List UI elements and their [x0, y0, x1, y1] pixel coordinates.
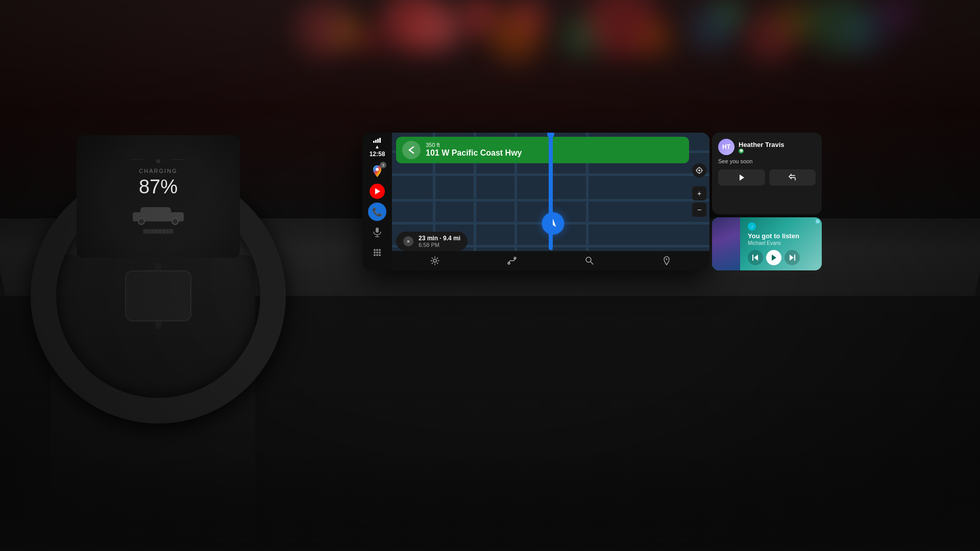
svg-rect-5 [376, 228, 379, 233]
wifi-icon: ▲ [375, 144, 380, 149]
nav-distance: 350 ft [426, 142, 683, 148]
car-silhouette [130, 202, 186, 225]
nav-street: 101 W Pacific Coast Hwy [426, 148, 683, 158]
signal-indicator [373, 137, 381, 143]
svg-rect-30 [794, 255, 795, 261]
settings-button[interactable] [427, 253, 443, 268]
grid-menu-button[interactable] [368, 243, 386, 262]
svg-point-13 [379, 252, 381, 254]
route-options-button[interactable] [504, 253, 520, 268]
zoom-controls: + − [692, 186, 706, 217]
microphone-icon [372, 227, 383, 238]
music-app-info: ♪ [748, 222, 817, 231]
map-view: 350 ft 101 W Pacific Coast Hwy + − [392, 133, 709, 270]
search-icon [585, 256, 594, 265]
svg-point-8 [374, 249, 376, 251]
youtube-music-icon [370, 184, 385, 199]
message-app-label [739, 148, 785, 154]
phone-button[interactable]: 📞 [368, 203, 386, 221]
eta-arrival: 6:58 PM [419, 242, 460, 248]
route-line [549, 133, 553, 250]
turn-arrow-left [402, 141, 421, 159]
svg-point-9 [376, 249, 378, 251]
route-icon [507, 256, 517, 265]
settings-icon [430, 256, 439, 265]
current-position-marker [542, 212, 564, 235]
play-message-button[interactable] [718, 169, 765, 186]
save-location-button[interactable] [659, 253, 674, 268]
avatar-initials: HT [718, 139, 734, 155]
svg-point-14 [374, 254, 376, 256]
music-player-card: ♪ You got to listen Michael Evans [712, 217, 822, 270]
svg-point-11 [374, 252, 376, 254]
previous-icon [752, 254, 759, 261]
message-action-buttons [718, 169, 816, 186]
spotify-icon: ♪ [748, 222, 756, 231]
location-icon [696, 167, 703, 174]
grid-icon [372, 247, 383, 258]
svg-point-16 [379, 254, 381, 256]
svg-point-4 [376, 168, 379, 171]
svg-point-3 [172, 218, 178, 224]
close-eta-button[interactable]: × [403, 236, 413, 246]
sender-name: Heather Travis [739, 141, 785, 148]
message-header: HT Heather Travis [718, 139, 816, 155]
music-playback-controls [748, 250, 817, 265]
youtube-music-button[interactable] [368, 182, 386, 201]
infotainment-screen: ▲ 12:58 3 [362, 133, 709, 270]
phone-icon: 📞 [372, 207, 382, 217]
reply-icon [788, 173, 796, 182]
play-icon [738, 173, 746, 182]
reply-button[interactable] [769, 169, 816, 186]
zoom-out-button[interactable]: − [692, 203, 706, 217]
eta-card: × 23 min · 9.4 mi 6:58 PM [396, 232, 468, 251]
navigation-info: 350 ft 101 W Pacific Coast Hwy [426, 142, 683, 158]
eta-duration: 23 min · 9.4 mi [419, 235, 460, 242]
maps-badge: 3 [380, 162, 386, 168]
pin-icon [662, 256, 671, 265]
charging-label: Charging [139, 168, 177, 174]
search-button[interactable] [582, 253, 597, 268]
status-bar: ▲ 12:58 [370, 137, 385, 158]
music-artist-name: Michael Evans [748, 240, 817, 246]
next-icon [789, 254, 796, 261]
navigation-turn-card: 350 ft 101 W Pacific Coast Hwy [396, 137, 689, 163]
music-content: ♪ You got to listen Michael Evans [717, 222, 817, 265]
message-preview-text: See you soon [718, 158, 816, 164]
svg-point-28 [666, 259, 668, 260]
svg-point-2 [138, 218, 144, 224]
svg-rect-1 [140, 207, 171, 216]
svg-point-23 [433, 259, 436, 262]
instrument-cluster: Charging 87% ||||||||||||||||||||||||| [77, 135, 240, 258]
message-sender-info: Heather Travis [739, 141, 785, 154]
zoom-in-button[interactable]: + [692, 186, 706, 201]
battery-display: 87% [139, 176, 178, 198]
eta-info: 23 min · 9.4 mi 6:58 PM [419, 235, 460, 248]
svg-rect-29 [752, 255, 753, 261]
position-arrow-icon [542, 212, 564, 235]
play-pause-button[interactable] [766, 250, 781, 265]
microphone-button[interactable] [368, 223, 386, 241]
svg-point-10 [379, 249, 381, 251]
location-center-button[interactable] [692, 163, 706, 178]
svg-point-15 [376, 254, 378, 256]
message-notification-card: HT Heather Travis See you soon [712, 133, 822, 214]
svg-line-27 [591, 262, 593, 264]
messages-app-icon [739, 148, 744, 154]
svg-point-18 [698, 169, 700, 171]
next-track-button[interactable] [785, 250, 800, 265]
seat-area [0, 459, 980, 551]
maps-nav-button[interactable]: 3 [368, 162, 386, 180]
previous-track-button[interactable] [748, 250, 763, 265]
music-track-title: You got to listen [748, 232, 817, 240]
play-pause-icon [770, 254, 778, 262]
right-panel: HT Heather Travis See you soon [712, 133, 822, 270]
map-toolbar [392, 251, 709, 270]
time-display: 12:58 [370, 151, 385, 158]
nav-sidebar: ▲ 12:58 3 [362, 133, 392, 270]
left-arrow-icon [406, 145, 416, 155]
chat-bubble-icon [740, 149, 743, 153]
sender-avatar: HT [718, 139, 734, 155]
svg-point-12 [376, 252, 378, 254]
